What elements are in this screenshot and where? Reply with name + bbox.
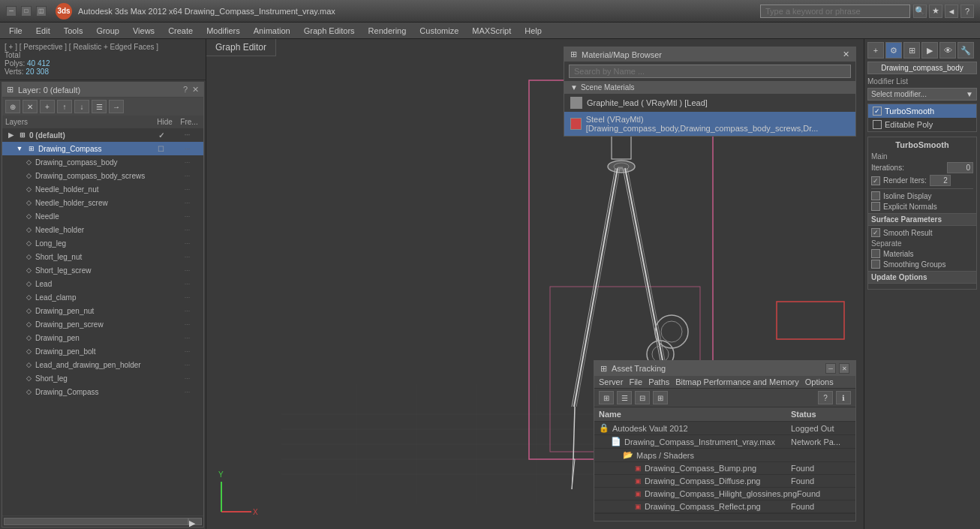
utility-tool[interactable]: 🔧 bbox=[957, 42, 974, 59]
list-item[interactable]: ◇ Short_leg_nut ··· bbox=[2, 250, 203, 263]
list-item[interactable]: ◇ Drawing_pen_screw ··· bbox=[2, 317, 203, 331]
materials-checkbox[interactable] bbox=[871, 249, 880, 258]
layers-scroll-right[interactable]: ▶ bbox=[188, 518, 202, 525]
display-tool[interactable]: 👁 bbox=[939, 42, 956, 59]
delete-layer-button[interactable]: ✕ bbox=[23, 100, 38, 113]
modify-tool active[interactable]: ⚙ bbox=[885, 42, 902, 59]
modifier-visibility-checkbox[interactable]: ✓ bbox=[873, 107, 882, 116]
asset-menu-server[interactable]: Server bbox=[599, 377, 623, 386]
asset-help-button[interactable]: ? bbox=[818, 391, 833, 404]
layers-help-button[interactable]: ? bbox=[183, 85, 188, 95]
smooth-result-checkbox[interactable]: ✓ bbox=[871, 228, 880, 237]
list-item[interactable]: ◇ Short_leg ··· bbox=[2, 371, 203, 385]
table-row[interactable]: ▣ Drawing_Compass_Diffuse.png Found bbox=[594, 475, 855, 488]
menu-maxscript[interactable]: MAXScript bbox=[466, 25, 517, 37]
asset-horizontal-scrollbar[interactable] bbox=[594, 513, 855, 521]
remove-selection-button[interactable]: ↑ bbox=[57, 100, 72, 113]
minimize-button[interactable]: ─ bbox=[6, 6, 17, 17]
svg-point-19 bbox=[608, 161, 635, 173]
explicit-normals-checkbox[interactable] bbox=[871, 202, 880, 211]
table-row[interactable]: 📂 Maps / Shaders bbox=[594, 449, 855, 462]
material-browser-close-button[interactable]: ✕ bbox=[843, 50, 849, 59]
material-item-graphite[interactable]: Graphite_lead ( VRayMtl ) [Lead] bbox=[564, 94, 855, 112]
list-item[interactable]: ◇ Drawing_pen_bolt ··· bbox=[2, 344, 203, 358]
move-to-layer-button[interactable]: → bbox=[109, 100, 124, 113]
asset-tool-1[interactable]: ⊞ bbox=[599, 391, 614, 404]
list-item[interactable]: ◇ Drawing_pen_nut ··· bbox=[2, 304, 203, 317]
list-item[interactable]: ◇ Long_leg ··· bbox=[2, 236, 203, 250]
maximize-button[interactable]: □ bbox=[21, 6, 32, 17]
hierarchy-tool[interactable]: ⊞ bbox=[903, 42, 920, 59]
list-item[interactable]: ◇ Drawing_compass_body_screws ··· bbox=[2, 169, 203, 182]
asset-info-button[interactable]: ℹ bbox=[836, 391, 851, 404]
new-layer-button[interactable]: ⊕ bbox=[5, 100, 20, 113]
asset-tool-3[interactable]: ⊟ bbox=[635, 391, 650, 404]
table-row[interactable]: ▣ Drawing_Compass_Reflect.png Found bbox=[594, 500, 855, 513]
menu-animation[interactable]: Animation bbox=[248, 25, 296, 37]
material-search-input[interactable] bbox=[569, 65, 851, 78]
layer-name: Drawing_Compass bbox=[35, 388, 174, 396]
list-item[interactable]: ◇ Drawing_pen ··· bbox=[2, 331, 203, 344]
list-item[interactable]: ◇ Lead_and_drawing_pen_holder ··· bbox=[2, 358, 203, 371]
bookmark-icon[interactable]: ★ bbox=[929, 5, 942, 18]
select-objects-button[interactable]: ↓ bbox=[74, 100, 89, 113]
modifier-dropdown[interactable]: Select modifier... ▼ bbox=[867, 88, 977, 101]
modifier-item-editable-poly[interactable]: Editable Poly bbox=[868, 118, 976, 131]
table-row[interactable]: 📄 Drawing_Compass_Instrument_vray.max Ne… bbox=[594, 435, 855, 449]
viewport[interactable]: [ + ] [ Perspective ] [ Realistic + Edge… bbox=[206, 39, 864, 529]
object-icon: ◇ bbox=[23, 224, 34, 235]
help-icon[interactable]: ? bbox=[960, 5, 974, 18]
modifier-item-turbosmooth[interactable]: ✓ TurboSmooth bbox=[868, 104, 976, 118]
asset-minimize-button[interactable]: ─ bbox=[825, 363, 836, 374]
table-row[interactable]: 🔒 Autodesk Vault 2012 Logged Out bbox=[594, 422, 855, 435]
asset-tool-2[interactable]: ☰ bbox=[617, 391, 632, 404]
table-row[interactable]: ▣ Drawing_Compass_Bump.png Found bbox=[594, 462, 855, 475]
menu-create[interactable]: Create bbox=[162, 25, 199, 37]
menu-customize[interactable]: Customize bbox=[413, 25, 464, 37]
list-item[interactable]: ◇ Needle ··· bbox=[2, 209, 203, 223]
list-item[interactable]: ◇ Lead_clamp ··· bbox=[2, 290, 203, 304]
menu-modifiers[interactable]: Modifiers bbox=[200, 25, 246, 37]
smoothing-groups-checkbox[interactable] bbox=[871, 260, 880, 269]
menu-group[interactable]: Group bbox=[90, 25, 125, 37]
asset-close-button[interactable]: ✕ bbox=[839, 363, 849, 374]
add-selection-button[interactable]: + bbox=[40, 100, 55, 113]
table-row[interactable]: ▣ Drawing_Compass_Hilight_glossines.png … bbox=[594, 488, 855, 500]
asset-menu-bitmap[interactable]: Bitmap Performance and Memory bbox=[675, 377, 798, 386]
menu-graph-editors[interactable]: Graph Editors bbox=[298, 25, 361, 37]
list-item[interactable]: ◇ Needle_holder_screw ··· bbox=[2, 196, 203, 209]
list-item[interactable]: ◇ Needle_holder ··· bbox=[2, 223, 203, 236]
menu-help[interactable]: Help bbox=[519, 25, 548, 37]
restore-button[interactable]: ◫ bbox=[36, 6, 47, 17]
list-item[interactable]: ◇ Lead ··· bbox=[2, 277, 203, 290]
menu-views[interactable]: Views bbox=[127, 25, 161, 37]
asset-menu-options[interactable]: Options bbox=[805, 377, 834, 386]
set-current-button[interactable]: ☰ bbox=[92, 100, 107, 113]
render-iters-input[interactable] bbox=[930, 175, 951, 186]
list-item[interactable]: ◇ Needle_holder_nut ··· bbox=[2, 182, 203, 196]
layers-horizontal-scrollbar[interactable] bbox=[4, 518, 188, 525]
list-item[interactable]: ▶ ⊞ 0 (default) ✓ ··· bbox=[2, 128, 203, 142]
back-icon[interactable]: ◄ bbox=[945, 5, 958, 18]
list-item[interactable]: ◇ Drawing_Compass ··· bbox=[2, 385, 203, 398]
create-tool[interactable]: + bbox=[867, 42, 884, 59]
menu-edit[interactable]: Edit bbox=[30, 25, 56, 37]
isoline-display-checkbox[interactable] bbox=[871, 191, 880, 200]
menu-rendering[interactable]: Rendering bbox=[362, 25, 413, 37]
asset-menu-file[interactable]: File bbox=[629, 377, 642, 386]
asset-menu-paths[interactable]: Paths bbox=[648, 377, 669, 386]
list-item[interactable]: ▼ ⊞ Drawing_Compass ☐ ··· bbox=[2, 142, 203, 155]
modifier-visibility-checkbox[interactable] bbox=[873, 120, 882, 129]
render-iters-checkbox[interactable]: ✓ bbox=[871, 176, 880, 185]
menu-file[interactable]: File bbox=[3, 25, 29, 37]
list-item[interactable]: ◇ Short_leg_screw ··· bbox=[2, 263, 203, 277]
list-item[interactable]: ◇ Drawing_compass_body ··· bbox=[2, 155, 203, 169]
material-item-steel[interactable]: Steel (VRayMtl) [Drawing_compass_body,Dr… bbox=[564, 112, 855, 136]
menu-tools[interactable]: Tools bbox=[58, 25, 89, 37]
search-button[interactable]: 🔍 bbox=[913, 5, 927, 18]
layers-close-button[interactable]: ✕ bbox=[192, 85, 199, 95]
iterations-input[interactable] bbox=[947, 162, 973, 173]
search-input[interactable] bbox=[760, 5, 910, 18]
motion-tool[interactable]: ▶ bbox=[921, 42, 938, 59]
asset-tool-4[interactable]: ⊞ bbox=[653, 391, 668, 404]
